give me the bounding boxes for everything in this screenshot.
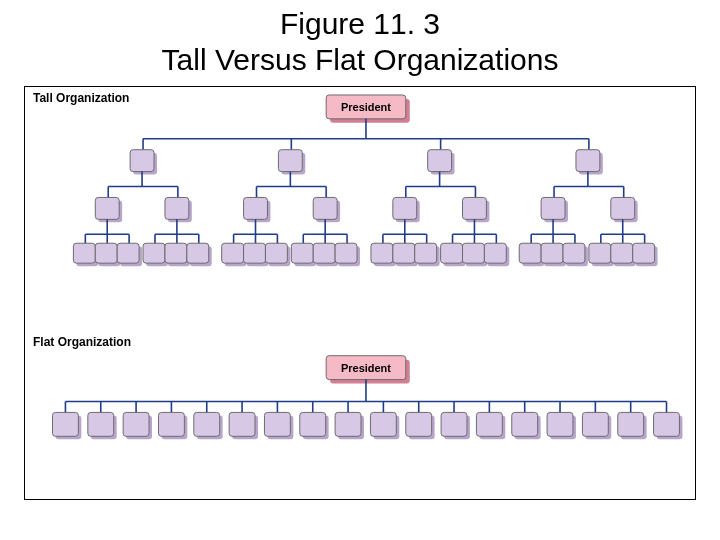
svg-rect-19 [393,197,417,219]
svg-rect-95 [370,412,396,436]
tall-l3-row [95,172,637,223]
tall-l4-row [73,219,657,266]
svg-rect-63 [519,243,541,263]
svg-rect-5 [278,150,302,172]
title-line1: Figure 11. 3 [280,7,440,40]
svg-rect-45 [291,243,313,263]
svg-rect-93 [335,412,361,436]
svg-rect-41 [244,243,266,263]
svg-rect-39 [222,243,244,263]
diagram-frame: Tall Organization Flat Organization Pres… [24,86,696,500]
figure-title: Figure 11. 3 Tall Versus Flat Organizati… [0,0,720,86]
tall-l2-row [130,139,603,175]
svg-rect-85 [194,412,220,436]
tall-org-chart: President [73,95,657,266]
svg-rect-87 [229,412,255,436]
svg-rect-3 [130,150,154,172]
svg-rect-79 [88,412,114,436]
svg-rect-23 [541,197,565,219]
svg-rect-53 [393,243,415,263]
flat-president-box: President [326,356,410,384]
svg-rect-7 [428,150,452,172]
svg-rect-65 [541,243,563,263]
svg-rect-29 [95,243,117,263]
svg-rect-13 [165,197,189,219]
svg-rect-99 [441,412,467,436]
svg-rect-59 [463,243,485,263]
svg-rect-83 [158,412,184,436]
flat-org-chart: President [52,356,682,440]
svg-rect-111 [654,412,680,436]
tall-president-text: President [341,101,391,113]
svg-rect-71 [611,243,633,263]
svg-rect-21 [463,197,487,219]
svg-rect-35 [165,243,187,263]
flat-president-text: President [341,362,391,374]
svg-rect-81 [123,412,149,436]
svg-rect-107 [582,412,608,436]
svg-rect-9 [576,150,600,172]
svg-rect-101 [476,412,502,436]
svg-rect-103 [512,412,538,436]
svg-rect-109 [618,412,644,436]
svg-rect-73 [633,243,655,263]
svg-rect-47 [313,243,335,263]
title-line2: Tall Versus Flat Organizations [162,43,559,76]
svg-rect-11 [95,197,119,219]
svg-rect-89 [264,412,290,436]
svg-rect-33 [143,243,165,263]
svg-rect-37 [187,243,209,263]
svg-rect-49 [335,243,357,263]
tall-president-box: President [326,95,410,123]
svg-rect-69 [589,243,611,263]
svg-rect-25 [611,197,635,219]
svg-rect-43 [265,243,287,263]
svg-rect-67 [563,243,585,263]
svg-rect-31 [117,243,139,263]
svg-rect-27 [73,243,95,263]
org-charts-svg: President [25,87,695,499]
svg-rect-17 [313,197,337,219]
svg-rect-15 [244,197,268,219]
svg-rect-51 [371,243,393,263]
svg-rect-97 [406,412,432,436]
svg-rect-91 [300,412,326,436]
flat-leaves [52,401,682,439]
svg-rect-77 [52,412,78,436]
svg-rect-105 [547,412,573,436]
svg-rect-57 [441,243,463,263]
svg-rect-55 [415,243,437,263]
svg-rect-61 [484,243,506,263]
